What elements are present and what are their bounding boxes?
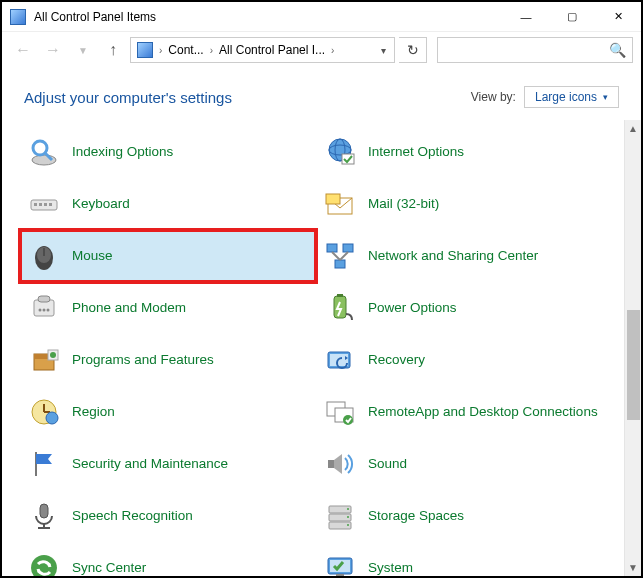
address-bar[interactable]: › Cont... › All Control Panel I... › ▾ bbox=[130, 37, 395, 63]
items-area: Indexing OptionsInternet OptionsKeyboard… bbox=[2, 120, 641, 576]
item-label: Sound bbox=[368, 456, 407, 472]
item-label: Phone and Modem bbox=[72, 300, 186, 316]
items-grid: Indexing OptionsInternet OptionsKeyboard… bbox=[2, 120, 624, 576]
svg-point-25 bbox=[43, 309, 46, 312]
item-power-options[interactable]: Power Options bbox=[316, 282, 612, 334]
svg-rect-19 bbox=[335, 260, 345, 268]
mail-icon bbox=[322, 186, 358, 222]
breadcrumb-sep-icon: › bbox=[157, 45, 164, 56]
item-label: Power Options bbox=[368, 300, 457, 316]
svg-rect-43 bbox=[328, 460, 334, 468]
viewby-value: Large icons bbox=[535, 90, 597, 104]
breadcrumb-part[interactable]: Cont... bbox=[164, 43, 207, 57]
svg-point-51 bbox=[347, 516, 349, 518]
item-label: System bbox=[368, 560, 413, 576]
svg-point-24 bbox=[39, 309, 42, 312]
item-mouse[interactable]: Mouse bbox=[20, 230, 316, 282]
svg-rect-9 bbox=[39, 203, 42, 206]
svg-rect-13 bbox=[326, 194, 340, 204]
control-panel-icon bbox=[10, 9, 26, 25]
vertical-scrollbar[interactable]: ▲ ▼ bbox=[624, 120, 641, 576]
svg-rect-18 bbox=[343, 244, 353, 252]
window-title: All Control Panel Items bbox=[34, 10, 503, 24]
magnifier-drive-icon bbox=[26, 134, 62, 170]
item-sound[interactable]: Sound bbox=[316, 438, 612, 490]
item-storage-spaces[interactable]: Storage Spaces bbox=[316, 490, 612, 542]
speaker-icon bbox=[322, 446, 358, 482]
window-controls: — ▢ ✕ bbox=[503, 2, 641, 32]
item-recovery[interactable]: Recovery bbox=[316, 334, 612, 386]
item-programs-and-features[interactable]: Programs and Features bbox=[20, 334, 316, 386]
item-speech-recognition[interactable]: Speech Recognition bbox=[20, 490, 316, 542]
item-internet-options[interactable]: Internet Options bbox=[316, 126, 612, 178]
navigation-bar: ← → ▼ ↑ › Cont... › All Control Panel I.… bbox=[2, 32, 641, 68]
maximize-button[interactable]: ▢ bbox=[549, 2, 595, 32]
item-label: Region bbox=[72, 404, 115, 420]
item-sync-center[interactable]: Sync Center bbox=[20, 542, 316, 576]
item-label: Recovery bbox=[368, 352, 425, 368]
item-label: Security and Maintenance bbox=[72, 456, 228, 472]
item-label: Speech Recognition bbox=[72, 508, 193, 524]
globe-check-icon bbox=[322, 134, 358, 170]
item-label: Mail (32-bit) bbox=[368, 196, 439, 212]
back-button[interactable]: ← bbox=[10, 37, 36, 63]
page-heading: Adjust your computer's settings bbox=[24, 89, 471, 106]
svg-rect-8 bbox=[34, 203, 37, 206]
svg-point-26 bbox=[47, 309, 50, 312]
item-keyboard[interactable]: Keyboard bbox=[20, 178, 316, 230]
viewby-select[interactable]: Large icons ▾ bbox=[524, 86, 619, 108]
drives-icon bbox=[322, 498, 358, 534]
titlebar: All Control Panel Items — ▢ ✕ bbox=[2, 2, 641, 32]
search-icon: 🔍 bbox=[609, 42, 626, 58]
chevron-down-icon: ▾ bbox=[603, 92, 608, 102]
flag-icon bbox=[26, 446, 62, 482]
breadcrumb-sep-icon: › bbox=[329, 45, 336, 56]
sync-icon bbox=[26, 550, 62, 576]
item-label: Internet Options bbox=[368, 144, 464, 160]
svg-rect-27 bbox=[334, 296, 346, 318]
item-label: RemoteApp and Desktop Connections bbox=[368, 404, 598, 420]
phone-modem-icon bbox=[26, 290, 62, 326]
content-header: Adjust your computer's settings View by:… bbox=[2, 68, 641, 120]
item-mail-32-bit-[interactable]: Mail (32-bit) bbox=[316, 178, 612, 230]
item-region[interactable]: Region bbox=[20, 386, 316, 438]
svg-rect-17 bbox=[327, 244, 337, 252]
battery-plug-icon bbox=[322, 290, 358, 326]
item-indexing-options[interactable]: Indexing Options bbox=[20, 126, 316, 178]
scroll-down-button[interactable]: ▼ bbox=[625, 559, 641, 576]
item-label: Programs and Features bbox=[72, 352, 214, 368]
search-input[interactable]: 🔍 bbox=[437, 37, 633, 63]
svg-point-50 bbox=[347, 508, 349, 510]
control-panel-window: All Control Panel Items — ▢ ✕ ← → ▼ ↑ › … bbox=[0, 0, 643, 578]
scroll-up-button[interactable]: ▲ bbox=[625, 120, 641, 137]
up-button[interactable]: ↑ bbox=[100, 37, 126, 63]
item-label: Sync Center bbox=[72, 560, 146, 576]
refresh-button[interactable]: ↻ bbox=[399, 37, 427, 63]
network-icon bbox=[322, 238, 358, 274]
svg-rect-23 bbox=[38, 296, 50, 302]
close-button[interactable]: ✕ bbox=[595, 2, 641, 32]
address-dropdown-icon[interactable]: ▾ bbox=[374, 45, 392, 56]
item-label: Network and Sharing Center bbox=[368, 248, 538, 264]
svg-rect-28 bbox=[337, 294, 343, 297]
forward-button[interactable]: → bbox=[40, 37, 66, 63]
item-phone-and-modem[interactable]: Phone and Modem bbox=[20, 282, 316, 334]
item-label: Storage Spaces bbox=[368, 508, 464, 524]
item-system[interactable]: System bbox=[316, 542, 612, 576]
svg-point-1 bbox=[33, 141, 47, 155]
scroll-thumb[interactable] bbox=[627, 310, 640, 420]
svg-line-20 bbox=[332, 252, 340, 260]
item-network-and-sharing-center[interactable]: Network and Sharing Center bbox=[316, 230, 612, 282]
item-security-and-maintenance[interactable]: Security and Maintenance bbox=[20, 438, 316, 490]
recent-locations-dropdown[interactable]: ▼ bbox=[70, 37, 96, 63]
svg-rect-10 bbox=[44, 203, 47, 206]
minimize-button[interactable]: — bbox=[503, 2, 549, 32]
item-remoteapp-and-desktop-connections[interactable]: RemoteApp and Desktop Connections bbox=[316, 386, 612, 438]
system-icon bbox=[322, 550, 358, 576]
breadcrumb-part[interactable]: All Control Panel I... bbox=[215, 43, 329, 57]
svg-line-21 bbox=[340, 252, 348, 260]
item-label: Indexing Options bbox=[72, 144, 173, 160]
box-icon bbox=[26, 342, 62, 378]
microphone-icon bbox=[26, 498, 62, 534]
remoteapp-icon bbox=[322, 394, 358, 430]
